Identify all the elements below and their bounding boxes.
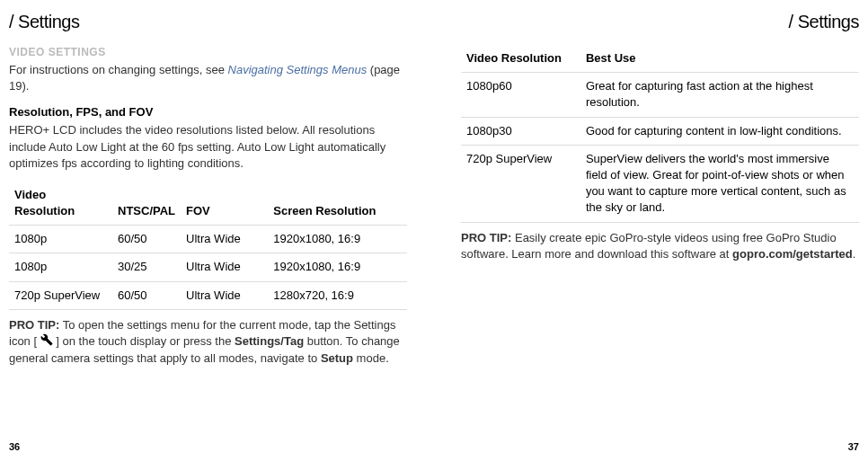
page-number-right: 37 [848,440,859,454]
cell: Ultra Wide [181,226,268,253]
link-navigating-settings: Navigating Settings Menus [228,63,368,76]
page-header-right: / Settings [461,9,859,34]
table-row: 1080p60 Great for capturing fast action … [461,73,859,117]
page-number-left: 36 [9,440,20,454]
page-spread: / Settings VIDEO SETTINGS For instructio… [0,0,868,461]
cell: 30/25 [112,253,181,281]
subhead-resolution: Resolution, FPS, and FOV [9,104,407,120]
protip-text: mode. [353,351,389,365]
cell: 1080p [9,226,112,253]
cell: SuperView delivers the world's most imme… [580,145,859,222]
cell: 1080p60 [461,73,580,117]
table-row: 1080p 60/50 Ultra Wide 1920x1080, 16:9 [9,226,407,253]
th-best-use: Best Use [580,45,859,73]
protip-label: PRO TIP: [9,318,59,332]
th-video-resolution: Video Resolution [461,45,580,73]
table-row: 1080p 30/25 Ultra Wide 1920x1080, 16:9 [9,253,407,281]
intro-pre: For instructions on changing settings, s… [9,63,228,76]
cell: 720p SuperView [461,145,580,222]
protip-bold-settings-tag: Settings/Tag [235,334,304,348]
protip-right: PRO TIP: Easily create epic GoPro-style … [461,230,859,262]
th-video-resolution: Video Resolution [9,182,112,226]
cell: 60/50 [112,281,181,309]
table-row: 720p SuperView SuperView delivers the wo… [461,145,859,222]
table-best-use: Video Resolution Best Use 1080p60 Great … [461,45,859,223]
table-header-row: Video Resolution Best Use [461,45,859,73]
cell: 1080p30 [461,117,580,145]
protip-text: ] on the touch display or press the [53,334,235,348]
page-header-left: / Settings [9,9,407,34]
cell: Great for capturing fast action at the h… [580,73,859,117]
intro-paragraph: For instructions on changing settings, s… [9,62,407,94]
cell: Ultra Wide [181,253,268,281]
section-label-video-settings: VIDEO SETTINGS [9,45,407,60]
cell: 1280x720, 16:9 [268,281,407,309]
protip-text: . [853,247,856,261]
cell: 60/50 [112,226,181,253]
cell: Ultra Wide [181,281,268,309]
wrench-icon [40,333,53,350]
table-header-row: Video Resolution NTSC/PAL FOV Screen Res… [9,182,407,226]
protip-left: PRO TIP: To open the settings menu for t… [9,317,407,368]
protip-bold-setup: Setup [321,351,353,365]
protip-label: PRO TIP: [461,231,511,244]
protip-bold-url: gopro.com/getstarted [732,247,853,261]
cell: Good for capturing content in low-light … [580,117,859,145]
th-screen-resolution: Screen Resolution [268,182,407,226]
table-row: 720p SuperView 60/50 Ultra Wide 1280x720… [9,281,407,309]
page-left: / Settings VIDEO SETTINGS For instructio… [0,0,434,461]
cell: 1920x1080, 16:9 [268,253,407,281]
th-ntsc-pal: NTSC/PAL [112,182,181,226]
table-row: 1080p30 Good for capturing content in lo… [461,117,859,145]
body-resolution: HERO+ LCD includes the video resolutions… [9,122,407,172]
cell: 1920x1080, 16:9 [268,226,407,253]
th-fov: FOV [181,182,268,226]
page-right: / Settings Video Resolution Best Use 108… [434,0,868,461]
cell: 720p SuperView [9,281,112,309]
cell: 1080p [9,253,112,281]
table-video-resolution: Video Resolution NTSC/PAL FOV Screen Res… [9,182,407,310]
